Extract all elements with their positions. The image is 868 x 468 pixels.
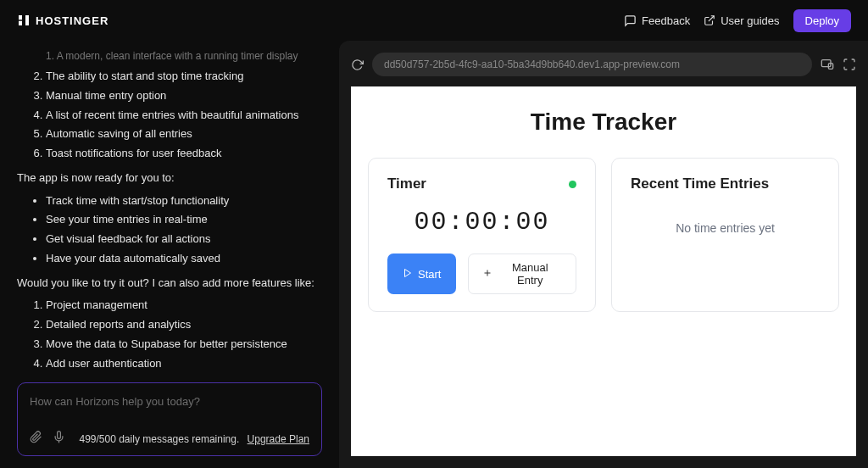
preview-url[interactable]: dd50d757-2b5d-4fc9-aa10-5ba34d9bb640.dev…: [372, 53, 812, 76]
external-link-icon: [704, 14, 715, 26]
reload-button[interactable]: [351, 58, 364, 71]
chat-input[interactable]: How can Horizons help you today?: [30, 395, 309, 419]
plus-icon: [482, 268, 492, 281]
list-item: Have your data automatically saved: [46, 249, 322, 269]
timer-card: Timer 00:00:00 Start: [368, 158, 596, 312]
play-icon: [403, 268, 413, 281]
preview-panel: dd50d757-2b5d-4fc9-aa10-5ba34d9bb640.dev…: [339, 41, 868, 468]
hostinger-logo-icon: [17, 14, 31, 27]
list-item: See your time entries in real-time: [46, 210, 322, 230]
devices-icon[interactable]: [821, 58, 834, 71]
timer-card-header: Timer: [387, 176, 576, 192]
attachment-icon[interactable]: [30, 431, 42, 447]
chat-panel: 1. A modern, clean interface with a runn…: [0, 41, 339, 468]
list-item: Move the data to Supabase for better per…: [46, 335, 322, 354]
brand-name: HOSTINGER: [36, 14, 108, 27]
list-item: Manual time entry option: [46, 86, 322, 106]
list-item: Project management: [46, 296, 322, 315]
app-preview-frame: Time Tracker Timer 00:00:00 Start: [351, 86, 856, 456]
brand-logo[interactable]: HOSTINGER: [17, 14, 108, 27]
list-item: Detailed reports and analytics: [46, 315, 322, 335]
chat-input-footer: 499/500 daily messages remaining. Upgrad…: [30, 431, 309, 447]
app-header: HOSTINGER Feedback User guides Deploy: [0, 0, 868, 41]
entries-card-title: Recent Time Entries: [631, 176, 820, 192]
entries-empty-state: No time entries yet: [631, 192, 820, 235]
svg-marker-4: [405, 269, 411, 276]
suggest-intro: Would you like to try it out? I can also…: [17, 274, 322, 293]
status-indicator: [569, 181, 576, 188]
list-item: A list of recent time entries with beaut…: [46, 106, 322, 125]
entries-card: Recent Time Entries No time entries yet: [611, 158, 839, 312]
upgrade-plan-link[interactable]: Upgrade Plan: [248, 433, 309, 445]
chat-icon: [624, 14, 637, 27]
cards-container: Timer 00:00:00 Start: [368, 158, 839, 312]
start-button[interactable]: Start: [387, 254, 456, 294]
chat-messages: 1. A modern, clean interface with a runn…: [17, 47, 322, 374]
main-layout: 1. A modern, clean interface with a runn…: [0, 41, 868, 468]
timer-value: 00:00:00: [387, 208, 576, 237]
ready-intro: The app is now ready for you to:: [17, 169, 322, 188]
app-title: Time Tracker: [368, 109, 839, 136]
preview-toolbar: dd50d757-2b5d-4fc9-aa10-5ba34d9bb640.dev…: [351, 53, 856, 76]
usage-status: 499/500 daily messages remaining. Upgrad…: [79, 433, 309, 445]
list-item: The ability to start and stop time track…: [46, 67, 322, 86]
manual-entry-button[interactable]: Manual Entry: [468, 254, 576, 294]
list-item: Get visual feedback for all actions: [46, 230, 322, 249]
usage-count: 499/500 daily messages remaining.: [79, 433, 239, 445]
feedback-label: Feedback: [642, 14, 690, 27]
ready-list: Track time with start/stop functionality…: [46, 192, 322, 269]
input-controls: [30, 431, 65, 447]
chat-input-container: How can Horizons help you today? 499/500…: [17, 382, 322, 456]
svg-line-0: [709, 16, 714, 21]
list-item: Automatic saving of all entries: [46, 125, 322, 144]
timer-actions: Start Manual Entry: [387, 254, 576, 294]
deploy-button[interactable]: Deploy: [793, 9, 851, 32]
list-item: Track time with start/stop functionality: [46, 192, 322, 211]
microphone-icon[interactable]: [53, 431, 65, 447]
features-list: The ability to start and stop time track…: [46, 67, 322, 164]
start-label: Start: [418, 268, 441, 281]
user-guides-link[interactable]: User guides: [704, 14, 779, 27]
list-item: Toast notifications for user feedback: [46, 144, 322, 164]
fullscreen-icon[interactable]: [843, 58, 856, 71]
timer-card-title: Timer: [387, 176, 426, 192]
user-guides-label: User guides: [721, 14, 779, 27]
suggestion-list: Project managementDetailed reports and a…: [46, 296, 322, 373]
manual-entry-label: Manual Entry: [498, 261, 562, 287]
feedback-link[interactable]: Feedback: [624, 14, 690, 27]
message-line-truncated: 1. A modern, clean interface with a runn…: [46, 47, 322, 65]
list-item: Add user authentication: [46, 354, 322, 374]
header-actions: Feedback User guides Deploy: [624, 9, 851, 32]
